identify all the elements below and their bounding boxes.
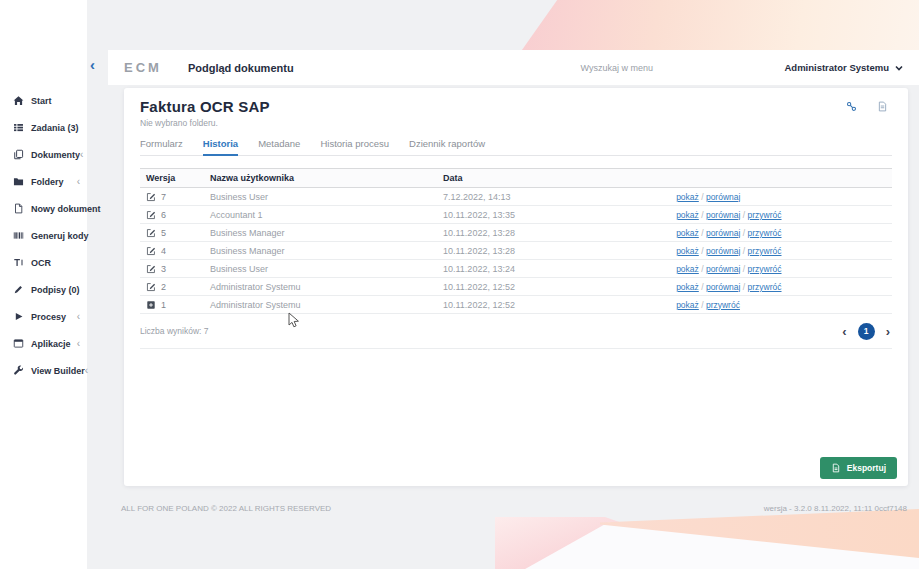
action-separator: / [699,192,706,202]
documents-icon [13,149,24,160]
sidebar-item-label: Zadania (3) [31,123,79,133]
action-link-porownaj[interactable]: porównaj [706,210,741,220]
version-cell: 1 [146,300,198,310]
version-cell: 6 [146,210,198,220]
user-cell: Business Manager [204,224,437,242]
version-cell: 7 [146,192,198,202]
pagination-page-button[interactable]: 1 [858,323,875,340]
sidebar-item-label: Procesy [31,312,66,322]
home-icon [13,95,24,106]
actions-cell: pokaż / porównaj / przywróć [670,224,892,242]
sidebar-item-label: Start [31,96,52,106]
date-cell: 10.11.2022, 13:28 [437,224,670,242]
action-separator: / [699,210,706,220]
action-link-porownaj[interactable]: porównaj [706,228,741,238]
tab-historia[interactable]: Historia [203,138,238,155]
pagination-next-icon[interactable]: › [886,325,890,338]
pagination-prev-icon[interactable]: ‹ [842,325,846,338]
action-link-przywroc[interactable]: przywróć [748,264,782,274]
action-link-porownaj[interactable]: porównaj [706,246,741,256]
page-footer: ALL FOR ONE POLAND © 2022 ALL RIGHTS RES… [108,498,919,518]
sidebar-item-label: Podpisy (0) [31,285,80,295]
tab-metadane[interactable]: Metadane [258,138,300,155]
user-menu[interactable]: Administrator Systemu [784,62,903,73]
pagination: ‹ 1 › [842,323,892,340]
sidebar-item-start[interactable]: Start [0,87,87,114]
table-row-version-1: 1Administrator Systemu10.11.2022, 12:52p… [140,296,892,314]
action-link-przywroc[interactable]: przywróć [706,300,740,310]
sidebar-item-generuj-kody[interactable]: Generuj kody [0,222,87,249]
column-header-wersja: Wersja [140,169,204,188]
chevron-down-icon [895,64,903,72]
action-link-przywroc[interactable]: przywróć [748,246,782,256]
column-header-actions [670,169,892,188]
action-separator: / [699,228,706,238]
action-link-pokaz[interactable]: pokaż [676,282,699,292]
sidebar-collapse-button[interactable]: ‹ [90,57,95,72]
action-link-pokaz[interactable]: pokaż [676,192,699,202]
document-title: Faktura OCR SAP [140,98,892,115]
actions-cell: pokaż / porównaj / przywróć [670,278,892,296]
action-link-przywroc[interactable]: przywróć [748,282,782,292]
version-number: 5 [161,228,166,238]
menu-search-input[interactable] [578,62,722,74]
date-cell: 7.12.2022, 14:13 [437,188,670,206]
version-text: wersja - 3.2.0 8.11.2022, 11:11 0ccf7148 [764,504,907,513]
export-button[interactable]: Eksportuj [820,457,897,479]
table-row-version-7: 7Business User7.12.2022, 14:13pokaż / po… [140,188,892,206]
action-link-pokaz[interactable]: pokaż [676,228,699,238]
version-number: 3 [161,264,166,274]
tasks-icon [13,122,24,133]
version-number: 1 [161,300,166,310]
sidebar-item-ocr[interactable]: OCR [0,249,87,276]
tab-historia-procesu[interactable]: Historia procesu [320,138,389,155]
action-separator: / [699,264,706,274]
document-icon[interactable] [877,101,888,112]
table-row-version-3: 3Business User10.11.2022, 13:24pokaż / p… [140,260,892,278]
sidebar-item-zadania-3[interactable]: Zadania (3) [0,114,87,141]
version-cell: 3 [146,264,198,274]
actions-cell: pokaż / przywróć [670,296,892,314]
action-link-przywroc[interactable]: przywróć [748,210,782,220]
action-link-pokaz[interactable]: pokaż [676,210,699,220]
wrench-icon [13,365,24,376]
copyright-text: ALL FOR ONE POLAND © 2022 ALL RIGHTS RES… [121,504,331,513]
action-link-pokaz[interactable]: pokaż [676,264,699,274]
sidebar-item-dokumenty[interactable]: Dokumenty‹ [0,141,87,168]
action-link-pokaz[interactable]: pokaż [676,300,699,310]
page-title: Podgląd dokumentu [188,62,294,74]
document-card: Faktura OCR SAP Nie wybrano folderu. For… [124,88,908,486]
column-header-nazwa-uzytkownika: Nazwa użytkownika [204,169,437,188]
sidebar-item-view-builder[interactable]: View Builder‹ [0,357,87,384]
link-icon[interactable] [846,101,857,112]
action-link-pokaz[interactable]: pokaż [676,246,699,256]
sidebar-item-procesy[interactable]: Procesy‹ [0,303,87,330]
new-document-icon [13,203,24,214]
version-number: 7 [161,192,166,202]
results-count: Liczba wyników: 7 [140,326,209,336]
user-cell: Administrator Systemu [204,296,437,314]
action-link-porownaj[interactable]: porównaj [706,192,741,202]
version-cell: 4 [146,246,198,256]
date-cell: 10.11.2022, 12:52 [437,278,670,296]
edit-icon [146,192,156,202]
action-link-przywroc[interactable]: przywróć [748,228,782,238]
action-separator: / [740,210,747,220]
sidebar-item-podpisy-0[interactable]: Podpisy (0) [0,276,87,303]
version-number: 2 [161,282,166,292]
sidebar-item-aplikacje[interactable]: Aplikacje‹ [0,330,87,357]
user-name: Administrator Systemu [784,62,889,73]
table-row-version-6: 6Accountant 110.11.2022, 13:35pokaż / po… [140,206,892,224]
edit-icon [146,246,156,256]
action-link-porownaj[interactable]: porównaj [706,282,741,292]
actions-cell: pokaż / porównaj / przywróć [670,206,892,224]
action-link-porownaj[interactable]: porównaj [706,264,741,274]
chevron-left-icon: ‹ [77,312,80,322]
edit-icon [146,228,156,238]
tab-dziennik-raportow[interactable]: Dziennik raportów [409,138,485,155]
top-header: ECM Podgląd dokumentu Administrator Syst… [108,50,919,85]
sidebar-item-nowy-dokument[interactable]: Nowy dokument [0,195,87,222]
sidebar-item-foldery[interactable]: Foldery‹ [0,168,87,195]
tab-formularz[interactable]: Formularz [140,138,183,155]
actions-cell: pokaż / porównaj / przywróć [670,242,892,260]
